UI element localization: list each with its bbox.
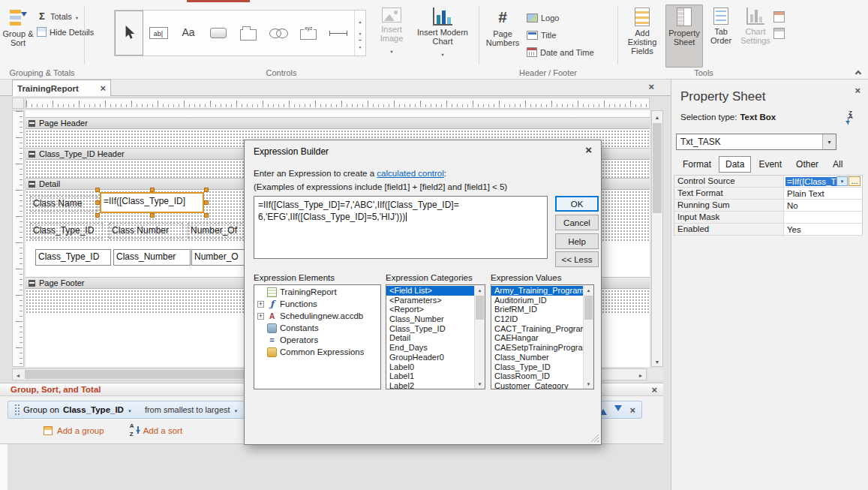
- expression-element-item[interactable]: Operators: [254, 334, 380, 346]
- expression-element-item[interactable]: Constants: [254, 322, 380, 334]
- cancel-button[interactable]: Cancel: [555, 215, 599, 230]
- expression-element-item[interactable]: Common Expressions: [254, 346, 380, 358]
- group-field-dropdown[interactable]: Class_Type_ID: [63, 405, 124, 414]
- property-value-cell[interactable]: Yes: [784, 224, 862, 235]
- expression-category-item[interactable]: <Field List>: [386, 286, 474, 296]
- tree-expand-icon[interactable]: [257, 313, 264, 320]
- tree-expand-icon[interactable]: [257, 301, 264, 308]
- move-group-down-icon[interactable]: [614, 405, 622, 415]
- calculated-control-link[interactable]: calculated control: [377, 169, 444, 178]
- section-selector-icon[interactable]: [29, 120, 35, 127]
- hyperlink-control-button[interactable]: [263, 11, 293, 56]
- categories-scrollbar[interactable]: [474, 285, 485, 389]
- add-a-group-button[interactable]: Add a group: [44, 426, 104, 435]
- add-existing-fields-button[interactable]: Add Existing Fields: [621, 5, 663, 68]
- property-value-cell[interactable]: [784, 212, 862, 223]
- class-type-id-label-control[interactable]: Class_Type_ID: [30, 223, 103, 239]
- property-row[interactable]: Running Sum No: [674, 200, 862, 212]
- expression-value-item[interactable]: ClassRoom_ID: [491, 371, 583, 381]
- section-selector-icon[interactable]: [29, 280, 35, 287]
- label-control-button[interactable]: [173, 11, 203, 56]
- property-row[interactable]: Input Mask: [674, 212, 862, 224]
- class-type-id-textbox-control[interactable]: Class_Type_ID: [35, 249, 111, 266]
- property-sheet-close-icon[interactable]: [854, 86, 860, 95]
- property-row[interactable]: Control Source =IIf([Class_T: [674, 176, 862, 188]
- resize-handle[interactable]: [95, 213, 100, 218]
- totals-button[interactable]: Totals: [37, 9, 79, 23]
- expression-value-item[interactable]: Class_Type_ID: [491, 362, 583, 372]
- class-name-label-control[interactable]: Class Name: [30, 196, 98, 212]
- ruler-corner[interactable]: [12, 98, 24, 109]
- scroll-thumb[interactable]: [584, 296, 593, 320]
- expression-category-item[interactable]: Label1: [386, 371, 474, 381]
- number-of-textbox-control[interactable]: Number_O: [191, 249, 247, 266]
- chart-settings-button[interactable]: Chart Settings: [738, 5, 773, 68]
- horizontal-ruler[interactable]: [26, 98, 650, 109]
- ribbon-mini-button-top[interactable]: [773, 10, 785, 24]
- resize-handle[interactable]: [95, 188, 100, 192]
- property-dropdown-button[interactable]: [836, 176, 848, 186]
- expression-value-item[interactable]: BriefRM_ID: [491, 305, 583, 314]
- select-pointer-button[interactable]: [115, 11, 143, 56]
- class-number-label-control[interactable]: Class Number: [109, 223, 183, 239]
- expression-categories-list[interactable]: <Field List> <Parameters> <Report> Class…: [386, 284, 485, 389]
- combo-dropdown-button[interactable]: [822, 134, 836, 149]
- less-button[interactable]: << Less: [555, 251, 599, 267]
- vertical-scrollbar[interactable]: [651, 110, 663, 367]
- ribbon-mini-button-bottom[interactable]: [773, 26, 785, 41]
- object-selector-combo[interactable]: Txt_TASK: [676, 134, 836, 150]
- hide-details-button[interactable]: Hide Details: [37, 25, 94, 39]
- collapse-ribbon-button[interactable]: [852, 68, 864, 77]
- text-box-control-button[interactable]: [143, 11, 173, 56]
- scroll-down-icon[interactable]: [584, 379, 593, 389]
- document-tab-trainingreport[interactable]: TrainingReport: [12, 80, 111, 96]
- resize-handle[interactable]: [150, 213, 155, 218]
- dialog-close-button[interactable]: [585, 144, 592, 156]
- expression-category-item[interactable]: Class_Type_ID: [386, 324, 474, 334]
- property-row[interactable]: Text Format Plain Text: [674, 188, 862, 200]
- scroll-up-button[interactable]: [652, 111, 662, 122]
- gallery-more-button[interactable]: [354, 11, 365, 56]
- tab-control-button[interactable]: [233, 11, 263, 56]
- row-grip-icon[interactable]: [14, 404, 20, 416]
- ok-button[interactable]: OK: [555, 196, 599, 212]
- gallery-scroll-up-icon[interactable]: [359, 15, 362, 26]
- property-sheet-tab[interactable]: Event: [752, 156, 788, 173]
- expression-category-item[interactable]: Class_Number: [386, 314, 474, 324]
- title-button[interactable]: Title: [527, 28, 556, 42]
- selected-expression-textbox-control[interactable]: =IIf([Class_Type_ID]: [100, 192, 204, 213]
- help-button[interactable]: Help: [555, 233, 599, 249]
- section-bar-page-header[interactable]: Page Header: [26, 117, 650, 129]
- expression-input[interactable]: =IIf([Class_Type_ID]=7,'ABC',IIf([Class_…: [254, 196, 548, 259]
- property-row[interactable]: Enabled Yes: [674, 224, 862, 236]
- dropdown-caret-icon[interactable]: [128, 404, 132, 415]
- resize-handle[interactable]: [204, 200, 209, 205]
- property-builder-button[interactable]: [848, 176, 860, 186]
- scroll-thumb[interactable]: [476, 296, 484, 320]
- scroll-right-button[interactable]: [635, 369, 646, 380]
- scroll-down-button[interactable]: [652, 356, 662, 366]
- resize-handle[interactable]: [204, 213, 209, 218]
- tab-order-button[interactable]: Tab Order: [705, 5, 737, 68]
- group-sort-button[interactable]: Group & Sort: [2, 5, 35, 68]
- expression-value-item[interactable]: Army_Training_Program: [491, 286, 583, 296]
- tab-close-icon[interactable]: [100, 83, 106, 93]
- expression-category-item[interactable]: GroupHeader0: [386, 353, 474, 362]
- horizontal-scroll-thumb[interactable]: [25, 370, 272, 379]
- expression-category-item[interactable]: <Report>: [386, 305, 474, 314]
- expression-values-list[interactable]: Army_Training_Program Auditorium_ID Brie…: [491, 284, 594, 389]
- expression-value-item[interactable]: Auditorium_ID: [491, 296, 583, 305]
- resize-handle[interactable]: [204, 188, 209, 192]
- group-panel-close-icon[interactable]: [651, 385, 657, 395]
- class-number-textbox-control[interactable]: Class_Number: [113, 249, 191, 266]
- sort-properties-button[interactable]: [848, 116, 862, 132]
- scroll-up-icon[interactable]: [584, 285, 593, 295]
- insert-image-button[interactable]: Insert Image: [371, 5, 413, 68]
- expression-value-item[interactable]: CACT_Training_Program: [491, 324, 583, 334]
- property-value-cell[interactable]: Plain Text: [784, 188, 862, 199]
- expression-category-item[interactable]: Detail: [386, 333, 474, 343]
- vertical-ruler[interactable]: [12, 110, 24, 367]
- expression-element-item[interactable]: Schedulingnew.accdb: [254, 310, 380, 322]
- expression-element-item[interactable]: TrainingReport: [254, 286, 380, 298]
- add-a-sort-button[interactable]: Add a sort: [130, 425, 182, 437]
